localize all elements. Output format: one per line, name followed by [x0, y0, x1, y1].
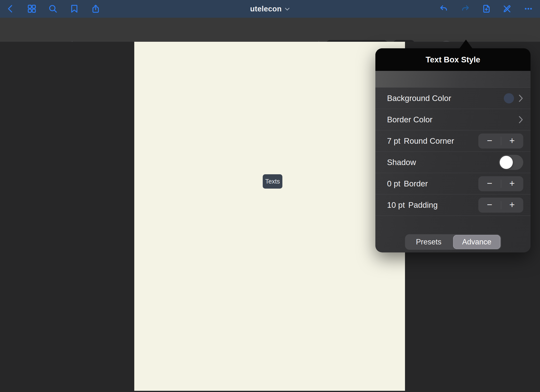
- canvas-textbox-text: Texts: [265, 178, 280, 185]
- row-label: Padding: [408, 200, 438, 210]
- row-padding: 10 pt Padding − +: [375, 194, 531, 216]
- row-label: Shadow: [387, 158, 416, 167]
- note-page[interactable]: Texts: [134, 42, 405, 391]
- row-shadow: Shadow: [375, 152, 531, 173]
- shadow-toggle[interactable]: [499, 155, 523, 170]
- more-icon[interactable]: [523, 3, 534, 14]
- top-navbar: utelecon: [0, 0, 540, 18]
- row-value: 10 pt: [387, 200, 405, 210]
- padding-stepper: − +: [478, 198, 523, 213]
- tools-toolbar: T HiraginoSans-... 16: [0, 18, 540, 42]
- row-border-color[interactable]: Border Color: [375, 109, 531, 130]
- row-label: Round Corner: [404, 136, 454, 146]
- advance-button[interactable]: Advance: [453, 235, 500, 249]
- plus-button[interactable]: +: [501, 136, 523, 146]
- row-label: Background Color: [387, 94, 451, 103]
- chevron-down-icon: [285, 7, 290, 11]
- row-label: Border Color: [387, 115, 432, 124]
- add-page-icon[interactable]: [481, 3, 492, 14]
- background-color-swatch: [504, 93, 514, 103]
- toggle-knob: [500, 156, 513, 169]
- row-border: 0 pt Border − +: [375, 173, 531, 194]
- notes-app: utelecon: [0, 0, 540, 392]
- round-corner-stepper: − +: [478, 133, 523, 149]
- stepper-divider: [501, 180, 501, 188]
- stepper-divider: [501, 137, 501, 145]
- row-background-color[interactable]: Background Color: [375, 88, 531, 109]
- presets-button[interactable]: Presets: [405, 234, 452, 250]
- popup-preview-band: [375, 71, 531, 88]
- row-round-corner: 7 pt Round Corner − +: [375, 130, 531, 152]
- popup-header: Text Box Style: [375, 48, 531, 71]
- popup-footer: Presets Advance: [375, 216, 531, 252]
- chevron-right-icon: [518, 94, 523, 102]
- redo-icon[interactable]: [460, 3, 471, 14]
- document-title-label: utelecon: [250, 5, 282, 13]
- row-value: 7 pt: [387, 136, 400, 146]
- plus-button[interactable]: +: [501, 200, 523, 210]
- stepper-divider: [501, 201, 501, 209]
- document-title[interactable]: utelecon: [0, 0, 540, 18]
- minus-button[interactable]: −: [478, 179, 501, 189]
- undo-icon[interactable]: [439, 3, 449, 14]
- chevron-right-icon: [518, 116, 523, 124]
- row-label: Border: [404, 179, 428, 188]
- presets-advance-segmented-control: Presets Advance: [405, 234, 501, 250]
- minus-button[interactable]: −: [478, 136, 501, 146]
- row-value: 0 pt: [387, 179, 400, 188]
- plus-button[interactable]: +: [501, 179, 523, 189]
- text-box-style-popup: Text Box Style Background Color Border C…: [375, 48, 531, 252]
- minus-button[interactable]: −: [478, 200, 501, 210]
- popup-title: Text Box Style: [426, 55, 480, 64]
- border-stepper: − +: [478, 176, 523, 191]
- canvas-textbox[interactable]: Texts: [263, 174, 282, 189]
- popup-arrow: [459, 40, 472, 49]
- pen-off-icon[interactable]: [502, 3, 512, 14]
